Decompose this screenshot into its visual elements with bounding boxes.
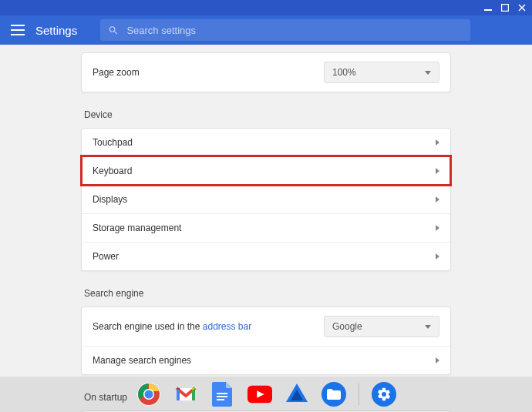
page-zoom-select[interactable]: 100% xyxy=(324,62,439,83)
svg-rect-13 xyxy=(217,399,224,400)
files-app-icon[interactable] xyxy=(322,382,346,407)
chevron-right-icon xyxy=(436,253,439,260)
manage-search-engines-row[interactable]: Manage search engines xyxy=(82,346,450,374)
youtube-app-icon[interactable] xyxy=(247,382,272,407)
search-input[interactable] xyxy=(126,25,463,36)
maximize-icon[interactable] xyxy=(500,2,510,13)
settings-app-icon[interactable] xyxy=(372,382,396,407)
manage-search-engines-label: Manage search engines xyxy=(93,355,191,366)
device-item-power[interactable]: Power xyxy=(82,242,450,270)
drive-sync-app-icon[interactable] xyxy=(285,382,309,407)
page-zoom-card: Page zoom 100% xyxy=(81,52,451,92)
page-zoom-value: 100% xyxy=(332,67,356,78)
docs-app-icon[interactable] xyxy=(210,382,235,407)
chevron-right-icon xyxy=(436,168,439,174)
shelf xyxy=(0,377,532,412)
close-icon[interactable] xyxy=(517,2,527,13)
svg-rect-12 xyxy=(217,396,227,397)
search-engine-label: Search engine used in the address bar xyxy=(93,321,251,332)
search-icon xyxy=(108,25,119,36)
device-item-keyboard[interactable]: Keyboard xyxy=(82,156,450,185)
chevron-right-icon xyxy=(436,357,439,363)
app-header: Settings xyxy=(0,15,532,45)
search-engine-row: Search engine used in the address bar Go… xyxy=(82,307,450,346)
search-engine-value: Google xyxy=(332,321,362,332)
page-zoom-label: Page zoom xyxy=(93,67,140,78)
address-bar-link[interactable]: address bar xyxy=(203,321,251,332)
device-card: Touchpad Keyboard Displays Storage manag… xyxy=(81,128,451,271)
device-item-label: Touchpad xyxy=(93,137,133,148)
svg-point-7 xyxy=(144,390,153,399)
device-item-touchpad[interactable]: Touchpad xyxy=(82,129,450,156)
device-item-label: Keyboard xyxy=(93,166,132,176)
shelf-divider xyxy=(359,384,359,405)
search-engine-section-title: Search engine xyxy=(84,288,451,299)
device-item-storage[interactable]: Storage management xyxy=(82,213,450,242)
page-zoom-row: Page zoom 100% xyxy=(82,53,450,92)
device-item-label: Power xyxy=(93,251,119,262)
menu-icon[interactable] xyxy=(11,25,25,35)
chrome-app-icon[interactable] xyxy=(136,382,161,407)
svg-rect-1 xyxy=(502,5,509,12)
device-item-label: Storage management xyxy=(93,223,181,233)
svg-rect-0 xyxy=(484,9,492,11)
chevron-down-icon xyxy=(425,71,431,75)
svg-rect-11 xyxy=(217,393,227,394)
chevron-right-icon xyxy=(436,196,439,203)
device-section-title: Device xyxy=(84,109,451,120)
window-controls xyxy=(0,0,532,15)
search-engine-card: Search engine used in the address bar Go… xyxy=(81,306,451,375)
page-title: Settings xyxy=(35,24,77,37)
chevron-down-icon xyxy=(425,325,431,329)
device-item-label: Displays xyxy=(93,194,127,205)
device-item-displays[interactable]: Displays xyxy=(82,185,450,213)
gmail-app-icon[interactable] xyxy=(173,382,198,407)
minimize-icon[interactable] xyxy=(483,2,493,13)
chevron-right-icon xyxy=(436,139,439,146)
chevron-right-icon xyxy=(436,225,439,231)
settings-content: Page zoom 100% Device Touchpad Keyboard … xyxy=(0,45,532,412)
search-field[interactable] xyxy=(100,19,470,41)
search-engine-select[interactable]: Google xyxy=(324,316,439,337)
